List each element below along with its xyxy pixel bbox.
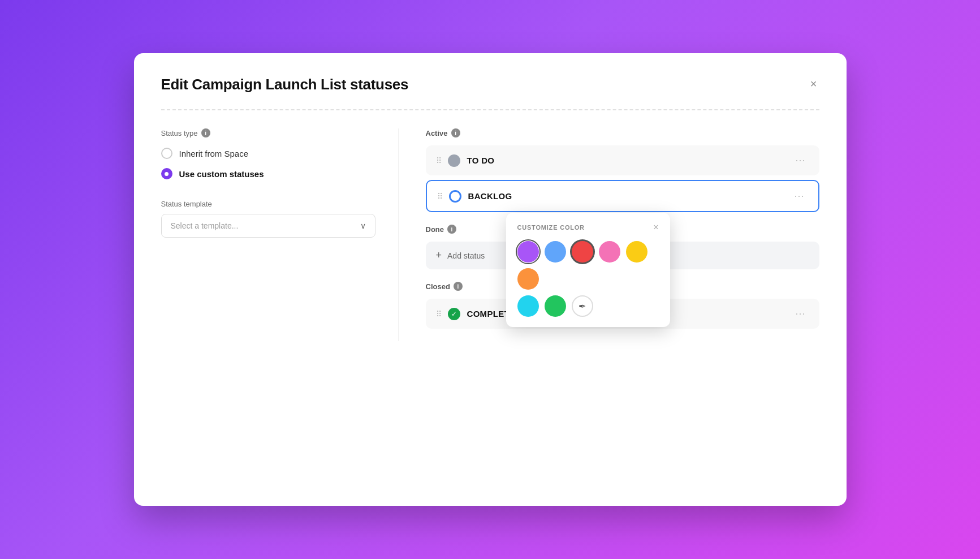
add-icon: + [436, 250, 442, 261]
template-label: Status template [161, 200, 375, 208]
drag-handle-todo[interactable]: ⠿ [436, 156, 441, 165]
drag-handle-backlog[interactable]: ⠿ [437, 192, 442, 201]
template-placeholder: Select a template... [171, 221, 239, 230]
radio-group: Inherit from Space Use custom statuses [161, 148, 375, 179]
color-swatch-purple[interactable] [517, 241, 539, 263]
backlog-more-button[interactable]: ··· [791, 189, 808, 203]
color-picker-close-button[interactable]: × [653, 223, 658, 232]
template-section: Status template Select a template... ∨ [161, 200, 375, 238]
status-row-backlog: ⠿ ··· CUSTOMIZE COLOR × [426, 180, 819, 212]
color-swatch-red[interactable] [572, 241, 593, 263]
left-panel: Status type i Inherit from Space Use cus… [161, 128, 399, 341]
color-picker-popup: CUSTOMIZE COLOR × [506, 213, 670, 327]
color-swatch-green[interactable] [545, 295, 566, 317]
close-button[interactable]: × [808, 76, 819, 92]
closed-info-icon: i [454, 282, 463, 291]
radio-custom[interactable]: Use custom statuses [161, 168, 375, 179]
status-type-info-icon: i [201, 128, 210, 137]
backlog-dot[interactable] [449, 190, 461, 203]
modal-body: Status type i Inherit from Space Use cus… [161, 128, 819, 341]
active-section: Active i ⠿ TO DO ··· ⠿ ··· [426, 128, 819, 212]
color-picker-header: CUSTOMIZE COLOR × [517, 223, 659, 232]
color-swatch-cyan[interactable] [517, 295, 539, 317]
color-swatches-row1 [517, 241, 659, 290]
backlog-input[interactable] [468, 191, 784, 201]
status-type-label: Status type i [161, 128, 375, 137]
color-swatch-orange[interactable] [517, 268, 539, 290]
active-info-icon: i [451, 128, 460, 137]
modal-header: Edit Campaign Launch List statuses × [161, 76, 819, 93]
eyedropper-button[interactable]: ✒ [572, 295, 593, 317]
radio-label-inherit: Inherit from Space [179, 149, 249, 158]
add-status-label: Add status [447, 251, 485, 260]
color-picker-title: CUSTOMIZE COLOR [517, 224, 585, 231]
radio-label-custom: Use custom statuses [179, 169, 264, 179]
template-select-dropdown[interactable]: Select a template... ∨ [161, 214, 375, 238]
done-info-icon: i [447, 225, 456, 234]
right-panel: Active i ⠿ TO DO ··· ⠿ ··· [399, 128, 819, 341]
drag-handle-complete[interactable]: ⠿ [436, 309, 441, 319]
todo-more-button[interactable]: ··· [792, 153, 809, 167]
color-swatch-blue[interactable] [545, 241, 566, 263]
modal-title: Edit Campaign Launch List statuses [161, 76, 409, 93]
todo-name: TO DO [467, 156, 785, 165]
eyedropper-icon: ✒ [578, 301, 586, 312]
active-label: Active i [426, 128, 819, 137]
header-divider [161, 109, 819, 110]
color-swatches-row2: ✒ [517, 295, 659, 317]
radio-circle-inherit [161, 148, 172, 159]
complete-dot: ✓ [448, 308, 460, 320]
status-row-todo: ⠿ TO DO ··· [426, 145, 819, 175]
todo-dot [448, 154, 460, 167]
color-swatch-pink[interactable] [599, 241, 620, 263]
complete-more-button[interactable]: ··· [792, 307, 809, 321]
radio-circle-custom [161, 168, 172, 179]
chevron-down-icon: ∨ [360, 221, 366, 230]
color-swatch-yellow[interactable] [626, 241, 647, 263]
radio-inherit[interactable]: Inherit from Space [161, 148, 375, 159]
edit-statuses-modal: Edit Campaign Launch List statuses × Sta… [134, 53, 847, 506]
